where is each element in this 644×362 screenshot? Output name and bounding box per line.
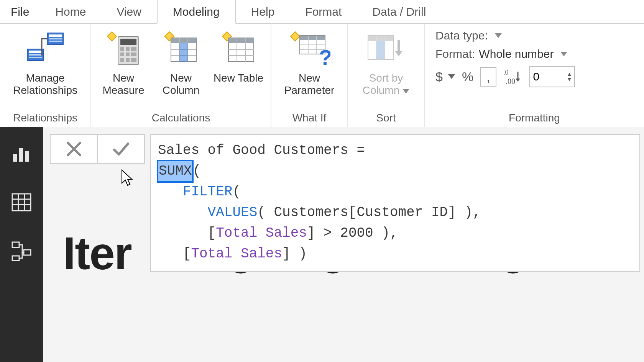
svg-rect-40: [368, 36, 393, 41]
new-measure-label: New Measure: [96, 72, 151, 97]
tab-file[interactable]: File: [0, 0, 40, 23]
group-label-sort: Sort: [348, 110, 424, 127]
formula-bar-controls: [50, 134, 145, 164]
svg-rect-10: [120, 47, 124, 51]
manage-relationships-button[interactable]: Manage Relationships: [5, 27, 85, 98]
tab-data-drill[interactable]: Data / Drill: [357, 0, 441, 23]
decimal-places-input[interactable]: [530, 68, 565, 85]
data-type-dropdown[interactable]: Data type:: [435, 29, 587, 42]
new-column-icon: [163, 28, 199, 70]
svg-rect-14: [126, 52, 130, 56]
svg-rect-27: [228, 38, 254, 43]
formula-line-3: FILTER(: [158, 182, 632, 202]
ribbon-group-calculations: New Measure New Column: [91, 24, 271, 127]
tab-help[interactable]: Help: [236, 0, 290, 23]
decimal-places-icon-button[interactable]: .0 .00: [503, 68, 522, 85]
close-icon: [66, 141, 82, 157]
svg-rect-17: [126, 58, 130, 62]
spinner-arrows[interactable]: ▲ ▼: [565, 71, 575, 82]
decimal-shift-icon: .0 .00: [503, 68, 522, 85]
sort-by-column-button[interactable]: Sort by Column: [352, 27, 421, 98]
ribbon-group-formatting: Data type: Format: Whole number $ %: [425, 24, 644, 127]
mouse-cursor-icon: [120, 169, 134, 188]
svg-text:?: ?: [319, 45, 330, 68]
group-label-formatting: Formatting: [425, 110, 644, 127]
formula-line-6: [Total Sales] ): [158, 244, 632, 264]
svg-rect-43: [376, 41, 385, 59]
svg-rect-33: [300, 36, 325, 40]
svg-rect-46: [13, 154, 17, 162]
spinner-down-icon: ▼: [567, 77, 572, 82]
sort-by-column-label: Sort by Column: [353, 72, 419, 97]
chevron-down-icon: [448, 74, 455, 79]
formula-line-5: [Total Sales] > 2000 ),: [158, 223, 632, 244]
check-icon: [112, 141, 130, 157]
ribbon-group-whatif: ? New Parameter What If: [271, 24, 348, 127]
ribbon-group-sort: Sort by Column Sort: [348, 24, 425, 127]
percent-icon: %: [462, 69, 473, 84]
manage-relationships-icon: [24, 28, 66, 70]
chevron-down-icon: [560, 52, 567, 56]
svg-rect-1: [49, 34, 62, 37]
formula-line-2: SUMX(: [158, 161, 632, 182]
new-parameter-icon: ?: [288, 28, 330, 70]
svg-text:.00: .00: [506, 77, 515, 85]
new-measure-icon: [105, 28, 142, 70]
model-view-button[interactable]: [11, 241, 32, 262]
new-column-label: New Column: [154, 72, 208, 97]
thousands-separator-button[interactable]: ,: [480, 67, 496, 87]
new-measure-button[interactable]: New Measure: [95, 27, 152, 98]
tab-format[interactable]: Format: [290, 0, 357, 23]
new-parameter-button[interactable]: ? New Parameter: [275, 27, 344, 98]
new-table-button[interactable]: New Table: [210, 27, 267, 86]
currency-format-button[interactable]: $: [435, 69, 455, 84]
data-view-button[interactable]: [11, 192, 32, 213]
svg-rect-16: [120, 58, 124, 62]
svg-rect-54: [12, 242, 19, 247]
svg-rect-12: [131, 47, 136, 51]
svg-rect-11: [126, 47, 130, 51]
svg-rect-7: [29, 57, 42, 58]
svg-rect-18: [131, 58, 136, 62]
svg-rect-48: [25, 151, 29, 162]
group-label-whatif: What If: [271, 110, 347, 127]
tab-view[interactable]: View: [101, 0, 156, 23]
chevron-down-icon: [495, 33, 502, 38]
background-title-fragment: Iter: [63, 227, 131, 280]
svg-rect-55: [24, 250, 31, 255]
svg-rect-56: [12, 256, 19, 260]
svg-rect-6: [29, 54, 42, 56]
accept-formula-button[interactable]: [98, 135, 144, 163]
svg-rect-5: [29, 51, 42, 53]
ribbon-tab-strip: File Home View Modeling Help Format Data…: [0, 0, 644, 24]
format-label: Format:: [435, 48, 475, 61]
group-label-relationships: Relationships: [0, 110, 90, 127]
new-table-icon: [220, 28, 257, 70]
ribbon: Manage Relationships Relationships N: [0, 24, 644, 127]
svg-text:.0: .0: [503, 69, 509, 76]
format-dropdown[interactable]: Format: Whole number: [435, 48, 587, 61]
svg-rect-25: [179, 43, 188, 62]
svg-rect-15: [131, 52, 136, 56]
new-table-label: New Table: [214, 72, 263, 84]
currency-icon: $: [435, 69, 443, 84]
group-label-calculations: Calculations: [91, 110, 271, 127]
svg-rect-49: [12, 194, 31, 211]
decimal-places-spinner[interactable]: ▲ ▼: [529, 66, 575, 87]
percent-format-button[interactable]: %: [462, 69, 473, 84]
tab-home[interactable]: Home: [40, 0, 101, 23]
formula-line-4: VALUES( Customers[Customer ID] ),: [158, 202, 632, 223]
ribbon-group-relationships: Manage Relationships Relationships: [0, 24, 91, 127]
tab-modeling[interactable]: Modeling: [157, 0, 236, 24]
spinner-up-icon: ▲: [567, 71, 572, 77]
cancel-formula-button[interactable]: [51, 135, 98, 163]
manage-relationships-label: Manage Relationships: [7, 72, 84, 97]
report-view-button[interactable]: [11, 143, 32, 164]
formula-bar-editor[interactable]: Sales of Good Customers = SUMX( FILTER( …: [150, 134, 640, 272]
canvas-area: Iter Sales of Good Customers = SUMX( FIL…: [43, 127, 644, 362]
thousands-icon: ,: [486, 69, 490, 84]
new-column-button[interactable]: New Column: [152, 27, 210, 98]
data-type-label: Data type:: [435, 29, 488, 42]
new-parameter-label: New Parameter: [276, 72, 342, 97]
svg-rect-2: [49, 38, 62, 39]
